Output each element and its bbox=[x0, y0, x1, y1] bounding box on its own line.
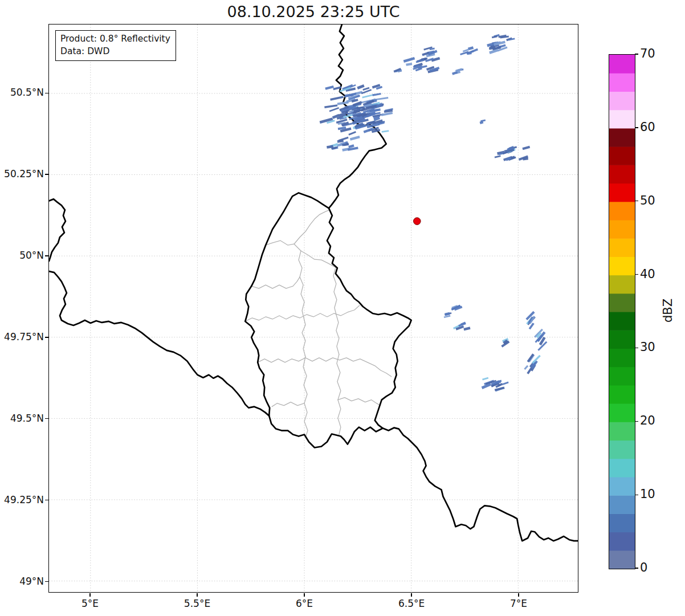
radar-figure: 08.10.2025 23:25 UTC Product: 0.8° Refle… bbox=[0, 0, 685, 616]
canton-border bbox=[251, 277, 300, 288]
colorbar-segment bbox=[609, 55, 635, 74]
canton-border bbox=[333, 267, 339, 354]
radar-echo bbox=[350, 136, 360, 141]
x-tick-label: 6.5°E bbox=[386, 598, 437, 609]
colorbar-segment bbox=[609, 128, 635, 147]
y-tickmark bbox=[45, 93, 48, 93]
radar-echo bbox=[357, 84, 364, 89]
colorbar-segment bbox=[609, 385, 635, 404]
radar-echo bbox=[372, 93, 381, 96]
y-tickmark bbox=[45, 581, 48, 582]
colorbar-tickmark bbox=[635, 421, 638, 422]
radar-echo bbox=[324, 104, 337, 108]
y-tick-label: 49.75°N bbox=[0, 331, 44, 342]
radar-echo bbox=[348, 131, 356, 136]
colorbar-tickmark bbox=[635, 274, 638, 275]
radar-echo bbox=[337, 140, 344, 143]
canton-border bbox=[337, 354, 341, 435]
colorbar-segment bbox=[609, 183, 635, 202]
y-tick-label: 49.5°N bbox=[0, 413, 44, 424]
y-tick-label: 49°N bbox=[0, 576, 44, 587]
y-tick-label: 50°N bbox=[0, 250, 44, 261]
radar-echo bbox=[325, 85, 334, 90]
colorbar-tick-label: 0 bbox=[640, 561, 647, 574]
x-tick-label: 5°E bbox=[64, 598, 116, 609]
colorbar-segment bbox=[609, 367, 635, 386]
radar-echo bbox=[320, 117, 333, 124]
colorbar-tick-label: 20 bbox=[640, 414, 655, 427]
x-tick-label: 5.5°E bbox=[172, 598, 223, 609]
colorbar-segment bbox=[609, 550, 635, 569]
colorbar-segment bbox=[609, 91, 635, 110]
map-plot-area bbox=[48, 24, 578, 593]
country-border bbox=[383, 428, 578, 541]
colorbar-segment bbox=[609, 202, 635, 221]
radar-echo bbox=[376, 97, 389, 100]
colorbar-segment bbox=[609, 422, 635, 440]
colorbar-segment bbox=[609, 330, 635, 349]
canton-border bbox=[272, 402, 304, 407]
radar-echo bbox=[524, 365, 528, 370]
x-tickmark bbox=[89, 593, 90, 597]
colorbar-tick-label: 40 bbox=[640, 267, 655, 281]
x-tick-label: 7°E bbox=[493, 598, 544, 609]
colorbar-segment bbox=[609, 256, 635, 275]
radar-echo bbox=[463, 327, 470, 331]
colorbar-segment bbox=[609, 238, 635, 257]
country-border bbox=[245, 193, 411, 447]
y-tick-label: 50.25°N bbox=[0, 168, 44, 180]
data-source-line: Data: DWD bbox=[60, 45, 170, 58]
colorbar-tick-label: 10 bbox=[640, 487, 655, 501]
radar-echo bbox=[382, 130, 389, 133]
y-tick-label: 49.25°N bbox=[0, 494, 44, 505]
colorbar-tickmark bbox=[635, 201, 638, 201]
radar-echo bbox=[406, 63, 412, 66]
x-tickmark bbox=[197, 593, 197, 597]
canton-border bbox=[294, 210, 329, 244]
colorbar-tickmark bbox=[635, 127, 638, 128]
colorbar-segment bbox=[609, 312, 635, 331]
product-info-box: Product: 0.8° Reflectivity Data: DWD bbox=[55, 30, 176, 61]
y-tickmark bbox=[45, 337, 48, 337]
colorbar-segment bbox=[609, 293, 635, 312]
y-tickmark bbox=[45, 174, 48, 174]
colorbar-segment bbox=[609, 477, 635, 496]
radar-echo bbox=[522, 146, 530, 150]
radar-echo bbox=[364, 128, 373, 133]
country-border bbox=[49, 271, 269, 415]
y-tick-label: 50.5°N bbox=[0, 87, 44, 98]
colorbar-segment bbox=[609, 110, 635, 129]
canton-border bbox=[338, 398, 381, 406]
colorbar-tickmark bbox=[635, 348, 638, 348]
canton-border bbox=[299, 251, 305, 357]
country-border bbox=[49, 199, 66, 261]
plot-title: 08.10.2025 23:25 UTC bbox=[48, 3, 578, 21]
colorbar-segment bbox=[609, 440, 635, 459]
radar-echo bbox=[482, 377, 488, 381]
colorbar-segment bbox=[609, 165, 635, 183]
radar-echo bbox=[329, 107, 339, 112]
canton-border bbox=[266, 240, 336, 267]
colorbar-tick-label: 70 bbox=[640, 47, 655, 60]
colorbar-tickmark bbox=[635, 54, 638, 54]
colorbar-tick-label: 60 bbox=[640, 120, 655, 134]
canton-border bbox=[303, 357, 308, 438]
radar-map bbox=[49, 25, 578, 592]
colorbar-segment bbox=[609, 348, 635, 367]
y-tickmark bbox=[45, 255, 48, 256]
colorbar-tickmark bbox=[635, 568, 638, 568]
radar-echo bbox=[503, 382, 509, 385]
colorbar-tick-label: 50 bbox=[640, 194, 655, 207]
colorbar-segment bbox=[609, 495, 635, 514]
colorbar-segment bbox=[609, 459, 635, 478]
colorbar bbox=[609, 54, 635, 569]
colorbar-tickmark bbox=[635, 495, 638, 495]
x-tick-label: 6°E bbox=[279, 598, 330, 609]
colorbar-gradient bbox=[609, 55, 635, 569]
radar-echo bbox=[330, 96, 344, 100]
radar-echo bbox=[403, 57, 415, 63]
canton-border bbox=[258, 358, 391, 377]
radar-echo bbox=[381, 112, 393, 116]
colorbar-segment bbox=[609, 146, 635, 165]
colorbar-segment bbox=[609, 275, 635, 294]
